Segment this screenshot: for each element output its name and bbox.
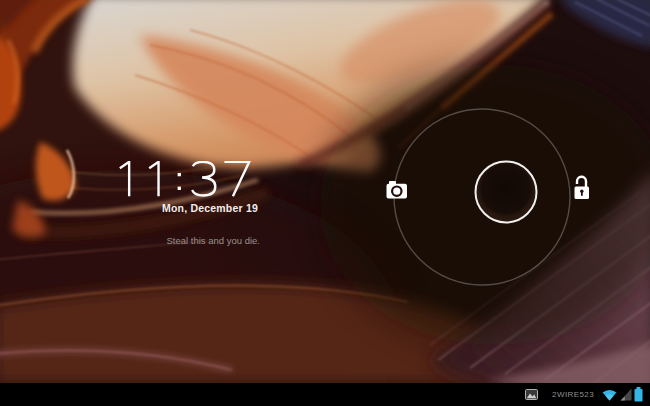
unlock-drag-handle[interactable]: [476, 162, 537, 223]
wifi-icon: [602, 388, 617, 401]
system-status-bar[interactable]: 2WIRE523: [0, 383, 650, 406]
screenshot-notification-icon[interactable]: [525, 389, 538, 400]
wifi-ssid-label: 2WIRE523: [552, 391, 594, 399]
battery-icon: [634, 387, 643, 402]
unlock-icon[interactable]: [575, 177, 590, 199]
unlock-ring-area: [0, 0, 650, 406]
cell-signal-icon: [620, 388, 632, 401]
camera-icon[interactable]: [387, 181, 408, 199]
owner-info-text: Steal this and you die.: [167, 236, 260, 246]
lock-screen: Mon, December 19 Steal this and you die.…: [0, 0, 650, 406]
clock-date: Mon, December 19: [162, 203, 258, 214]
clock-time: [113, 161, 253, 197]
